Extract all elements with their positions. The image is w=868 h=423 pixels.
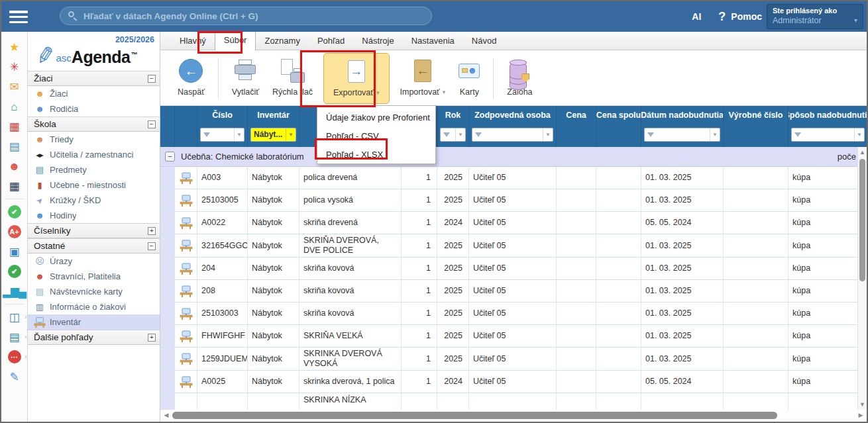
tab-poh-ad[interactable]: Pohľad <box>309 32 353 50</box>
filter-col-inventar[interactable]: Nábyt...▼ <box>250 128 296 142</box>
cell-col-indent[interactable] <box>160 280 175 302</box>
cell-col-vyrobne-cislo[interactable] <box>724 189 788 211</box>
col-inventar[interactable]: InventárNábyt...▼ <box>248 106 299 147</box>
cell-col-rok[interactable]: 2025 <box>437 189 469 211</box>
cell-col-cena-spolu[interactable] <box>596 303 641 324</box>
cell-col-cena[interactable] <box>557 348 596 370</box>
cell-col-datum-nadobudnutia[interactable] <box>641 393 724 410</box>
briefcase-icon[interactable]: ▣ <box>1 242 28 261</box>
cell-col-pocet[interactable]: 1 <box>402 303 437 324</box>
cell-col-indent[interactable] <box>160 234 175 257</box>
tab-nastavenia[interactable]: Nastavenia <box>403 32 463 50</box>
cell-col-sposob-nadobudnutia[interactable]: kúpa <box>788 280 867 302</box>
cell-col-item-icon[interactable] <box>175 189 197 211</box>
cell-col-pocet[interactable]: 1 <box>402 325 437 347</box>
cell-col-cena-spolu[interactable] <box>596 371 641 393</box>
cell-col-pocet[interactable]: 1 <box>402 348 437 370</box>
cell-col-rok[interactable]: 2025 <box>437 234 469 257</box>
cell-col-indent[interactable] <box>160 348 175 370</box>
wizard-icon[interactable]: ✳ <box>1 57 28 77</box>
col-datum-nadobudnutia[interactable]: Dátum nadobudnutia▼ <box>641 106 724 147</box>
cell-col-nazov[interactable]: skriňa kovová <box>299 258 402 279</box>
cell-col-inventar[interactable]: Nábytok <box>248 348 299 370</box>
cell-col-sposob-nadobudnutia[interactable]: kúpa <box>788 258 867 279</box>
table-row[interactable]: 25103005Nábytokpolica vysoká12025Učiteľ … <box>160 189 867 212</box>
library-icon[interactable]: ◫› <box>1 307 28 327</box>
cell-col-cena[interactable] <box>557 258 596 279</box>
cell-col-cena[interactable] <box>557 167 596 189</box>
vertical-scrollbar[interactable]: ▲ ▼ <box>857 147 867 410</box>
cell-col-cena[interactable] <box>557 393 596 410</box>
cell-col-item-icon[interactable] <box>175 212 197 234</box>
cell-col-cislo[interactable]: FHWIFGHF <box>197 325 248 347</box>
documents-icon[interactable]: ▤› <box>1 327 28 347</box>
col-item-icon[interactable] <box>175 106 197 147</box>
col-rok[interactable]: Rok▼ <box>437 106 469 147</box>
cell-col-cena-spolu[interactable] <box>596 234 641 257</box>
table-row[interactable]: A0022Nábytokskriňa drevená12024Učiteľ 05… <box>160 212 867 234</box>
cell-col-zodpovedna-osoba[interactable] <box>469 393 557 410</box>
cell-col-cena[interactable] <box>557 234 596 257</box>
cell-col-nazov[interactable]: polica vysoká <box>299 189 402 211</box>
expand-icon[interactable]: + <box>148 334 156 342</box>
cell-col-zodpovedna-osoba[interactable]: Učiteľ 05 <box>469 325 557 347</box>
cell-col-indent[interactable] <box>160 258 175 279</box>
sidebar-section--iaci[interactable]: Žiaci− <box>28 71 160 86</box>
cell-col-cena-spolu[interactable] <box>596 189 641 211</box>
sidebar-item-hodiny[interactable]: ☻Hodiny <box>28 208 160 223</box>
cell-col-pocet[interactable]: 1 <box>402 258 437 279</box>
cell-col-datum-nadobudnutia[interactable]: 01. 03. 2025 <box>641 258 724 279</box>
cell-col-datum-nadobudnutia[interactable]: 05. 05. 2024 <box>641 212 724 234</box>
cell-col-cena[interactable] <box>557 212 596 234</box>
back-button[interactable]: ←Naspäť <box>171 53 211 104</box>
cell-col-cislo[interactable]: 204 <box>197 258 248 279</box>
table-row[interactable]: SKRINKA NÍZKA <box>160 393 867 410</box>
col-sposob-nadobudnutia[interactable]: Spôsob nadobudnutia▼ <box>788 106 867 147</box>
cell-col-rok[interactable]: 2025 <box>437 348 469 370</box>
filter-dropdown-icon[interactable]: ▼ <box>854 128 864 141</box>
table-row[interactable]: 321654GGCNábytokSKRIŇA DVEROVÁ, DVE POLI… <box>160 234 867 258</box>
table-row[interactable]: A0025Nábytokskrinka dverová, 1 polica120… <box>160 371 867 393</box>
cell-col-nazov[interactable]: skriňa kovová <box>299 303 402 324</box>
table-row[interactable]: A003Nábytokpolica drevená12025Učiteľ 050… <box>160 167 867 189</box>
cell-col-nazov[interactable]: SKRINKA NÍZKA <box>299 393 402 410</box>
cell-col-zodpovedna-osoba[interactable]: Učiteľ 05 <box>469 167 557 189</box>
cell-col-nazov[interactable]: polica drevená <box>299 167 402 189</box>
cell-col-indent[interactable] <box>160 189 175 211</box>
cell-col-item-icon[interactable] <box>175 280 197 302</box>
cell-col-sposob-nadobudnutia[interactable]: kúpa <box>788 371 867 393</box>
cell-col-sposob-nadobudnutia[interactable]: kúpa <box>788 303 867 324</box>
filter-col-rok[interactable]: ▼ <box>440 128 466 142</box>
col-cena[interactable]: Cena <box>557 106 596 147</box>
cell-col-indent[interactable] <box>160 371 175 393</box>
cell-col-cislo[interactable]: 25103005 <box>197 189 248 211</box>
quick-print-button[interactable]: Rýchla tlač <box>266 53 319 104</box>
cell-col-indent[interactable] <box>160 325 175 347</box>
sidebar-item-predmety[interactable]: ▤Predmety <box>28 162 160 177</box>
cell-col-zodpovedna-osoba[interactable]: Učiteľ 05 <box>469 258 557 279</box>
filter-dropdown-icon[interactable]: ▼ <box>286 128 296 141</box>
cell-col-cena-spolu[interactable] <box>596 280 641 302</box>
sidebar-section--seln-ky[interactable]: Číselníky+ <box>28 223 160 238</box>
cell-col-sposob-nadobudnutia[interactable]: kúpa <box>788 234 867 257</box>
cell-col-vyrobne-cislo[interactable] <box>724 234 788 257</box>
cell-col-cena[interactable] <box>557 325 596 347</box>
scroll-down-icon[interactable]: ▼ <box>859 399 865 410</box>
cell-col-datum-nadobudnutia[interactable]: 01. 03. 2025 <box>641 234 724 257</box>
cell-col-cislo[interactable] <box>197 393 248 410</box>
cell-col-zodpovedna-osoba[interactable]: Učiteľ 05 <box>469 371 557 393</box>
cell-col-inventar[interactable]: Nábytok <box>248 303 299 324</box>
export-button[interactable]: →Exportovať▾ <box>323 53 390 104</box>
sidebar-item-rodi-ia[interactable]: ☻Rodičia <box>28 101 160 117</box>
cell-col-cena[interactable] <box>557 280 596 302</box>
collapse-group-button[interactable]: − <box>165 152 175 162</box>
cell-col-zodpovedna-osoba[interactable]: Učiteľ 05 <box>469 212 557 234</box>
horizontal-scroll-thumb[interactable] <box>172 412 777 419</box>
cell-col-vyrobne-cislo[interactable] <box>724 258 788 279</box>
cell-col-rok[interactable]: 2025 <box>437 280 469 302</box>
cell-col-zodpovedna-osoba[interactable]: Učiteľ 05 <box>469 348 557 370</box>
print-button[interactable]: Vytlačiť <box>225 53 266 104</box>
sidebar-item-kr-ky-kd[interactable]: ➤Krúžky / ŠKD <box>28 193 160 208</box>
sidebar-item-triedy[interactable]: ☻Triedy <box>28 132 160 147</box>
vertical-scroll-thumb[interactable] <box>859 159 865 281</box>
